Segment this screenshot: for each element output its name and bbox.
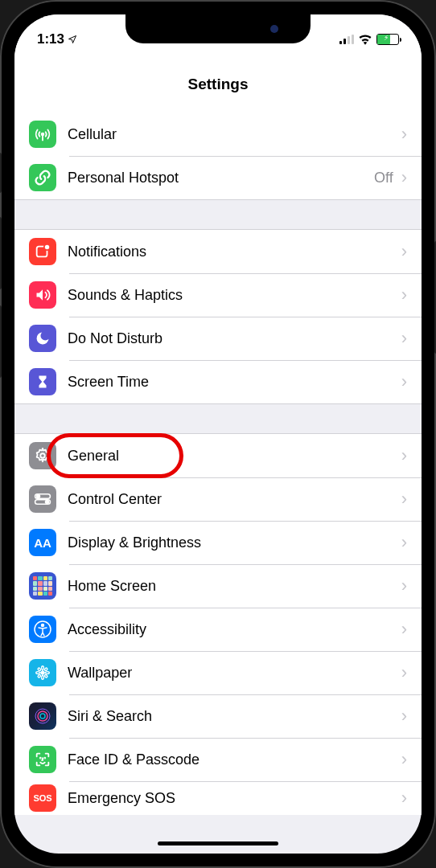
flower-icon: [29, 659, 56, 686]
svg-point-2: [44, 244, 50, 250]
row-label: Sounds & Haptics: [68, 287, 393, 304]
link-icon: [29, 164, 56, 191]
row-label: Siri & Search: [68, 708, 393, 725]
svg-point-10: [41, 671, 44, 674]
svg-point-14: [40, 758, 41, 759]
chevron-right-icon: ›: [401, 489, 407, 510]
chevron-right-icon: ›: [401, 445, 407, 466]
row-label: General: [68, 448, 393, 465]
chevron-right-icon: ›: [401, 532, 407, 553]
chevron-right-icon: ›: [401, 619, 407, 640]
section-network: Cellular › Personal Hotspot Off ›: [14, 113, 422, 200]
accessibility-icon: [29, 616, 56, 643]
status-time: 1:13: [37, 31, 64, 47]
phone-side-button: [0, 305, 2, 378]
svg-point-15: [44, 758, 45, 759]
phone-frame: 1:13 ⚡︎ Settings: [0, 0, 436, 868]
svg-point-0: [42, 133, 44, 136]
row-detail: Off: [374, 170, 393, 186]
home-indicator[interactable]: [158, 841, 278, 845]
chevron-right-icon: ›: [401, 662, 407, 683]
svg-point-7: [46, 501, 49, 504]
page-header: Settings: [14, 56, 422, 113]
sos-icon: SOS: [29, 784, 56, 812]
row-controlcenter[interactable]: Control Center ›: [14, 477, 422, 521]
status-time-area: 1:13: [37, 31, 77, 47]
hourglass-icon: [29, 368, 56, 395]
chevron-right-icon: ›: [401, 328, 407, 349]
siri-icon: [29, 702, 56, 730]
cellular-signal-icon: [339, 35, 354, 44]
chevron-right-icon: ›: [401, 371, 407, 392]
section-general: General › Control Center ›: [14, 433, 422, 815]
notch: [125, 14, 311, 43]
row-hotspot[interactable]: Personal Hotspot Off ›: [14, 156, 422, 199]
notification-square-icon: [29, 238, 56, 265]
row-label: Cellular: [68, 126, 393, 143]
row-wallpaper[interactable]: Wallpaper ›: [14, 651, 422, 694]
settings-content[interactable]: Cellular › Personal Hotspot Off ›: [14, 113, 422, 854]
section-alerts: Notifications › Sounds & Haptics ›: [14, 229, 422, 404]
apps-grid-icon: [29, 572, 56, 600]
phone-side-button: [0, 153, 2, 193]
moon-icon: [29, 325, 56, 352]
antenna-icon: [29, 121, 56, 148]
row-label: Notifications: [68, 244, 393, 260]
page-title: Settings: [188, 76, 249, 93]
charging-bolt-icon: ⚡︎: [384, 34, 389, 42]
row-faceid[interactable]: Face ID & Passcode ›: [14, 738, 422, 781]
row-general[interactable]: General ›: [14, 434, 422, 477]
status-indicators: ⚡︎: [339, 34, 399, 45]
phone-side-button: [0, 217, 2, 289]
screen: 1:13 ⚡︎ Settings: [14, 14, 422, 854]
row-label: Personal Hotspot: [68, 170, 366, 186]
row-display[interactable]: AA Display & Brightness ›: [14, 521, 422, 564]
chevron-right-icon: ›: [401, 241, 407, 262]
chevron-right-icon: ›: [401, 575, 407, 596]
row-label: Home Screen: [68, 578, 393, 595]
row-siri[interactable]: Siri & Search ›: [14, 694, 422, 738]
chevron-right-icon: ›: [401, 285, 407, 305]
row-label: Screen Time: [68, 374, 393, 391]
row-label: Accessibility: [68, 621, 393, 638]
row-screentime[interactable]: Screen Time ›: [14, 360, 422, 403]
svg-point-13: [40, 714, 45, 719]
row-label: Do Not Disturb: [68, 330, 393, 347]
row-dnd[interactable]: Do Not Disturb ›: [14, 317, 422, 360]
row-label: Display & Brightness: [68, 534, 393, 551]
svg-point-3: [40, 453, 45, 458]
row-label: Emergency SOS: [68, 790, 393, 807]
switches-icon: [29, 485, 56, 513]
battery-icon: ⚡︎: [376, 34, 399, 45]
chevron-right-icon: ›: [401, 167, 407, 188]
speaker-icon: [29, 281, 56, 309]
row-sos[interactable]: SOS Emergency SOS ›: [14, 781, 422, 815]
row-homescreen[interactable]: Home Screen ›: [14, 564, 422, 608]
chevron-right-icon: ›: [401, 788, 407, 809]
aa-icon: AA: [29, 529, 56, 556]
row-sounds[interactable]: Sounds & Haptics ›: [14, 273, 422, 317]
chevron-right-icon: ›: [401, 749, 407, 770]
faceid-icon: [29, 746, 56, 773]
row-accessibility[interactable]: Accessibility ›: [14, 608, 422, 651]
camera-dot: [270, 25, 278, 33]
location-arrow-icon: [68, 35, 77, 44]
svg-point-12: [38, 711, 47, 721]
row-label: Face ID & Passcode: [68, 751, 393, 768]
chevron-right-icon: ›: [401, 124, 407, 145]
svg-point-5: [37, 495, 40, 498]
svg-point-9: [42, 624, 44, 627]
row-label: Wallpaper: [68, 665, 393, 682]
gear-icon: [29, 442, 56, 469]
chevron-right-icon: ›: [401, 706, 407, 727]
row-notifications[interactable]: Notifications ›: [14, 230, 422, 273]
row-label: Control Center: [68, 491, 393, 508]
wifi-icon: [358, 34, 372, 45]
row-cellular[interactable]: Cellular ›: [14, 113, 422, 156]
